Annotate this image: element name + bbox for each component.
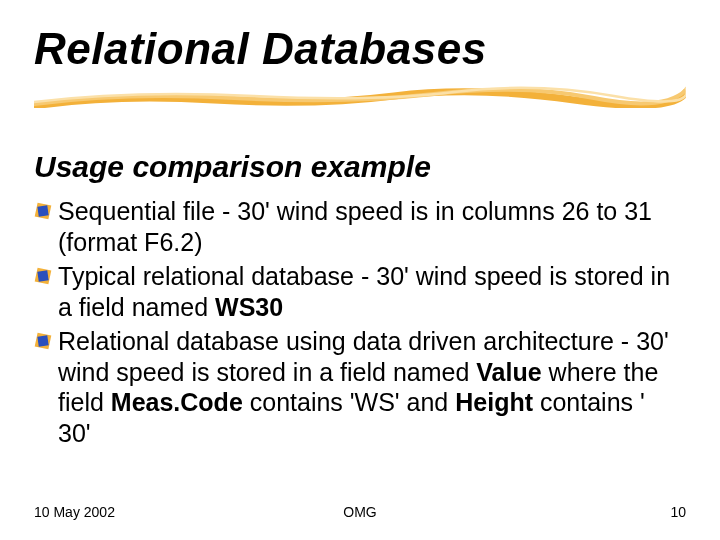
bullet-text: Sequential file - 30' wind speed is in c… (58, 196, 674, 257)
bullet-icon (34, 332, 52, 350)
bullet-list: Sequential file - 30' wind speed is in c… (34, 196, 674, 452)
slide-subtitle: Usage comparison example (34, 150, 431, 184)
text: contains 'WS' and (243, 388, 455, 416)
list-item: Relational database using data driven ar… (34, 326, 674, 448)
bullet-icon (34, 202, 52, 220)
text-bold: Height (455, 388, 533, 416)
text-bold: Meas.Code (111, 388, 243, 416)
svg-rect-1 (37, 205, 48, 216)
text-bold: Value (476, 358, 541, 386)
svg-rect-3 (37, 270, 48, 281)
bullet-text: Relational database using data driven ar… (58, 326, 674, 448)
bullet-text: Typical relational database - 30' wind s… (58, 261, 674, 322)
text: Typical relational database - 30' wind s… (58, 262, 670, 321)
list-item: Typical relational database - 30' wind s… (34, 261, 674, 322)
bullet-icon (34, 267, 52, 285)
text-bold: WS30 (215, 293, 283, 321)
slide: Relational Databases Usage comparison ex… (0, 0, 720, 540)
slide-title: Relational Databases (34, 24, 487, 74)
slide-footer: 10 May 2002 OMG 10 (34, 504, 686, 520)
list-item: Sequential file - 30' wind speed is in c… (34, 196, 674, 257)
text: Sequential file - 30' wind speed is in c… (58, 197, 652, 256)
title-underline-graphic (34, 86, 686, 108)
svg-rect-5 (37, 335, 48, 346)
footer-center: OMG (34, 504, 686, 520)
